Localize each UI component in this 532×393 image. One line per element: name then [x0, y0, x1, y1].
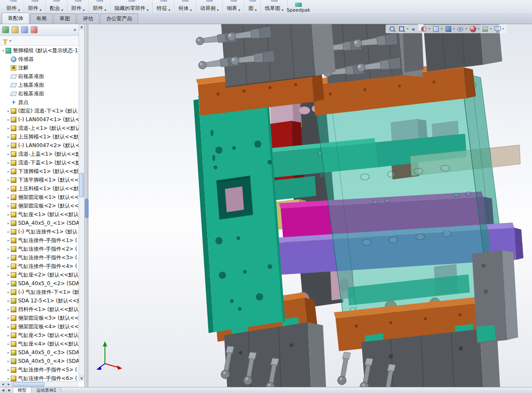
tree-expander-icon[interactable]: ▸	[6, 264, 11, 268]
document-tab[interactable]: 模型	[13, 387, 32, 393]
tree-root-item[interactable]: ▾整脚模组 (默认<显示状态-1	[0, 46, 79, 55]
dropdown-arrow-icon[interactable]: ▾	[490, 27, 492, 31]
tree-expander-icon[interactable]: ▸	[6, 187, 11, 191]
tree-filter-row[interactable]: ▾	[0, 36, 84, 46]
dropdown-arrow-icon[interactable]: ▾	[407, 27, 408, 31]
ribbon-button[interactable]: 部件▾	[3, 0, 24, 13]
tree-expander-icon[interactable]: ▸	[6, 195, 11, 199]
tree-expander-icon[interactable]: ▸	[6, 178, 11, 182]
tree-item[interactable]: ▸气缸座<1> (默认<<默认	[0, 210, 79, 219]
ribbon-button[interactable]: 动算例▾	[196, 0, 223, 13]
dropdown-arrow-icon[interactable]: ▾	[453, 27, 455, 31]
tree-expander-icon[interactable]: ▸	[6, 109, 11, 113]
tree-item[interactable]: ▸SDA_40x5_0_<2> (SDA	[0, 279, 79, 288]
tree-expander-icon[interactable]: ▸	[6, 316, 11, 320]
tree-item[interactable]: ▸上压脚模<1> (默认<<默	[0, 132, 79, 141]
tree-expander-icon[interactable]: ▸	[6, 118, 11, 122]
tree-item[interactable]: ▸SDA 12-5<1> (默认<<默	[0, 296, 79, 305]
tree-expander-icon[interactable]: ▸	[6, 299, 11, 303]
display-style-icon[interactable]	[445, 25, 452, 33]
graphics-viewport[interactable]: ▾▾▾▾▾▾▾▾	[89, 24, 532, 387]
command-tab[interactable]: 草图	[54, 13, 76, 24]
ribbon-button[interactable]: 线草图▾	[261, 0, 288, 13]
tree-horizontal-scrollbar[interactable]: ◀ ▶	[0, 381, 79, 387]
tree-expander-icon[interactable]: ▸	[6, 282, 11, 286]
splitter-handle[interactable]	[85, 199, 89, 218]
ribbon-button[interactable]: 部件▾	[24, 0, 46, 13]
tree-expander-icon[interactable]: ▸	[6, 290, 11, 294]
tree-expander-icon[interactable]: ▸	[6, 368, 11, 372]
scroll-up-icon[interactable]: ▲	[79, 24, 84, 30]
3d-model-canvas[interactable]	[89, 24, 532, 387]
sheet-nav-right-icon[interactable]: ▶	[6, 387, 13, 393]
command-tab[interactable]: 装配体	[2, 13, 29, 24]
tree-expander-icon[interactable]: ▸	[6, 135, 11, 139]
tree-expander-icon[interactable]: ▸	[6, 152, 11, 156]
dropdown-arrow-icon[interactable]: ▾	[466, 27, 467, 31]
horizontal-scroll-thumb[interactable]	[13, 382, 44, 387]
propertymanager-icon[interactable]	[12, 26, 19, 33]
view-orientation-icon[interactable]	[432, 25, 440, 33]
ribbon-button[interactable]: 部件▾	[67, 0, 89, 13]
tree-expander-icon[interactable]: ▸	[6, 359, 11, 363]
tree-expander-icon[interactable]: ▸	[6, 126, 11, 130]
tree-item[interactable]: ▸气缸座<3> (默认<<默认	[0, 331, 79, 340]
tree-item[interactable]: ▸流道-上盖<1> (默认<<默	[0, 150, 79, 158]
section-view-icon[interactable]	[420, 25, 428, 33]
model-right-support-slab[interactable]	[472, 250, 518, 343]
tree-item[interactable]: ▸下顶平脚模<1> (默认<<	[0, 176, 79, 184]
tree-item[interactable]: ▸气缸连接件-手指件<5> (	[0, 365, 79, 374]
dropdown-arrow-icon[interactable]: ▾	[503, 27, 504, 31]
tree-expander-icon[interactable]: ▸	[6, 144, 11, 148]
edit-appearance-icon[interactable]	[469, 25, 477, 33]
tree-item[interactable]: ▸气缸连接件-手指件<1> (	[0, 236, 79, 245]
ribbon-button[interactable]: 部件▾	[89, 0, 111, 13]
tree-expander-icon[interactable]: ▾	[1, 49, 6, 53]
tree-item[interactable]: ▸(-) 气缸连接件-下<1> (默	[0, 288, 79, 296]
panel-splitter[interactable]	[85, 24, 89, 387]
hide-show-items-icon[interactable]	[457, 25, 464, 33]
dropdown-arrow-icon[interactable]: ▾	[429, 27, 431, 31]
zoom-fit-icon[interactable]	[389, 25, 396, 33]
tree-item[interactable]: ▸气缸座<4> (默认<<默认	[0, 340, 79, 348]
speedpak-button[interactable]: Speedpak	[285, 0, 312, 14]
tree-expander-icon[interactable]: ▸	[6, 273, 11, 277]
ribbon-button[interactable]: 特征▾	[153, 0, 174, 13]
tree-item[interactable]: ▸侧架固定板<2> (默认<<	[0, 201, 79, 210]
document-tab[interactable]: 运动算例1	[32, 387, 61, 393]
tree-item[interactable]: 右视基准面	[0, 89, 79, 98]
tree-item[interactable]: 上视基准面	[0, 81, 79, 89]
previous-view-icon[interactable]	[411, 25, 418, 33]
ribbon-button[interactable]: 配合▾	[46, 0, 67, 13]
tree-item[interactable]: ▸气缸连接件-手指件<6> (	[0, 374, 79, 381]
tree-vertical-scrollbar[interactable]: ▲ ▼	[79, 24, 84, 381]
tree-expander-icon[interactable]: ▸	[6, 256, 11, 260]
scroll-right-icon[interactable]: ▶	[6, 382, 12, 387]
featuremanager-icon[interactable]	[2, 26, 9, 33]
tree-item[interactable]: ▸气缸连接件-手指件<3> (	[0, 253, 79, 262]
tree-item[interactable]: ▸(固定) 流道-下<1> (默认	[0, 107, 79, 115]
tree-item[interactable]: ▸SDA_40x5_0_<1> (SDA	[0, 219, 79, 227]
tree-expander-icon[interactable]: ▸	[6, 247, 11, 251]
filter-dropdown-arrow-icon[interactable]: ▾	[10, 39, 11, 43]
tree-expander-icon[interactable]: ▸	[6, 342, 11, 346]
tree-item[interactable]: 前视基准面	[0, 72, 79, 81]
zoom-area-icon[interactable]	[398, 25, 405, 33]
scroll-down-icon[interactable]: ▼	[79, 376, 84, 381]
tree-expander-icon[interactable]: ▸	[6, 325, 11, 329]
command-tab[interactable]: 布局	[30, 13, 53, 24]
tree-expander-icon[interactable]: ▸	[6, 308, 11, 311]
tree-item[interactable]: ▸气缸连接件-手指件<2> (	[0, 245, 79, 253]
configurationmanager-icon[interactable]	[21, 26, 28, 33]
tree-item[interactable]: ▸气缸连接件-手指件<4> (	[0, 262, 79, 270]
ribbon-button[interactable]: 细表▾	[223, 0, 244, 13]
tree-item[interactable]: ▸挡料件<1> (默认<<默认	[0, 305, 79, 314]
ribbon-button[interactable]: 何体▾	[174, 0, 196, 13]
tree-item[interactable]: +原点	[0, 98, 79, 107]
tree-item[interactable]: ▸SDA_40x5_0_<4> (SDA	[0, 357, 79, 365]
tree-item[interactable]: ▸侧架固定板<3> (默认<<	[0, 314, 79, 322]
tree-item[interactable]: ▸流道-下盖<1> (默认<<默	[0, 158, 79, 167]
tree-expander-icon[interactable]: ▸	[6, 170, 11, 173]
tree-item[interactable]: ▸上压料模<1> (默认<<默	[0, 184, 79, 193]
tree-item[interactable]: ▸下顶脚模<1> (默认<<默	[0, 167, 79, 176]
